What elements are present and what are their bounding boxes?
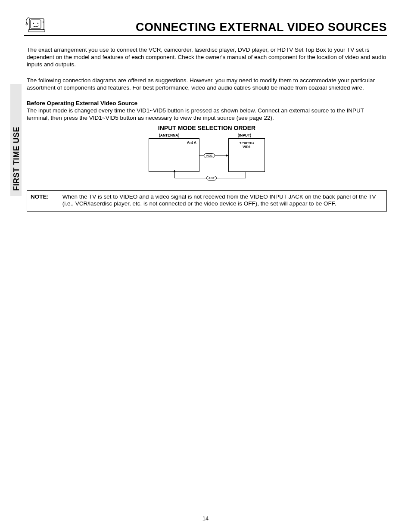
page-title: CONNECTING EXTERNAL VIDEO SOURCES [136, 21, 387, 34]
diagram-left-box-text: Ant A [187, 140, 196, 145]
section-tab: FIRST TIME USE [10, 84, 22, 196]
svg-point-5 [33, 23, 34, 24]
svg-point-6 [37, 23, 38, 24]
diagram-right-box-line2: VID1 [243, 145, 251, 149]
paragraph-2: The following connection diagrams are of… [27, 77, 387, 92]
diagram-antenna-label: (ANTENNA) [159, 133, 179, 138]
diagram-right-box-line1: YPBPR:1 [239, 141, 254, 145]
diagram-pill-ant: ANT [206, 176, 217, 180]
paragraph-3: The input mode is changed every time the… [27, 107, 364, 121]
svg-rect-1 [31, 20, 41, 28]
svg-point-7 [26, 23, 28, 25]
section-tab-label: FIRST TIME USE [12, 127, 21, 191]
note-label: NOTE: [31, 193, 61, 201]
subheading: Before Operating External Video Source [27, 100, 387, 107]
diagram-right-box: YPBPR:1 VID1 [228, 138, 265, 172]
input-mode-diagram: (ANTENNA) (INPUT) Ant A YPBPR:1 VID1 VID… [149, 133, 265, 183]
svg-point-2 [43, 21, 44, 22]
paragraph-1: The exact arrangement you use to connect… [27, 47, 387, 68]
content-area: The exact arrangement you use to connect… [27, 47, 387, 212]
header: CONNECTING EXTERNAL VIDEO SOURCES [24, 12, 387, 36]
note-box: NOTE: When the TV is set to VIDEO and a … [27, 190, 387, 212]
page-number: 14 [0, 515, 411, 522]
diagram-input-label: (INPUT) [238, 133, 251, 138]
tv-cartoon-icon [24, 14, 46, 33]
note-text: When the TV is set to VIDEO and a video … [62, 193, 382, 208]
svg-rect-0 [29, 19, 44, 30]
svg-point-3 [43, 22, 44, 23]
diagram-title: INPUT MODE SELECTION ORDER [27, 124, 387, 132]
diagram-pill-vid1: VID1 [204, 153, 215, 158]
svg-rect-4 [28, 30, 45, 32]
diagram-left-box: Ant A [149, 138, 199, 172]
